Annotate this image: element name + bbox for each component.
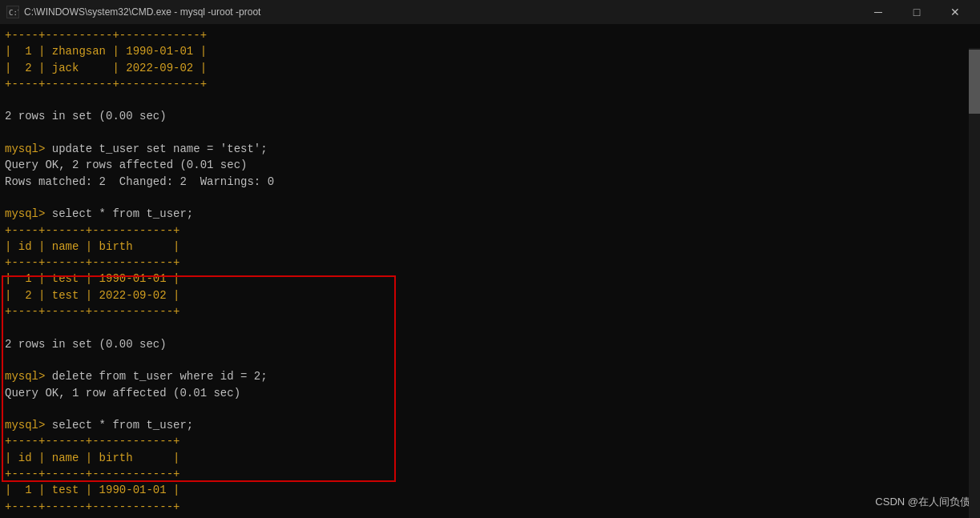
terminal-line: +----+----------+------------+ — [5, 76, 975, 92]
terminal-line: mysql> select * from t_user; — [5, 206, 975, 222]
window-title: C:\WINDOWS\system32\CMD.exe - mysql -uro… — [24, 6, 260, 18]
terminal-line: | 2 | test | 2022-09-02 | — [5, 287, 975, 303]
terminal-line: | id | name | birth | — [5, 450, 975, 466]
prompt-prefix: mysql> — [5, 370, 52, 383]
terminal-line: | 1 | test | 1990-01-01 | — [5, 271, 975, 287]
terminal-line: Rows matched: 2 Changed: 2 Warnings: 0 — [5, 174, 975, 190]
prompt-command: update t_user set name = 'test'; — [52, 143, 268, 155]
terminal-line: | id | name | birth | — [5, 239, 975, 255]
prompt-command: select * from t_user; — [52, 419, 193, 432]
watermark: CSDN @在人间负债 — [875, 495, 970, 510]
title-bar: C:\ C:\WINDOWS\system32\CMD.exe - mysql … — [0, 0, 980, 24]
terminal-line: | 1 | zhangsan | 1990-01-01 | — [5, 43, 975, 59]
terminal-line: Query OK, 2 rows affected (0.01 sec) — [5, 157, 975, 173]
prompt-prefix: mysql> — [5, 419, 52, 432]
prompt-command: select * from t_user; — [52, 207, 193, 220]
scrollbar[interactable] — [969, 48, 980, 518]
cmd-window: C:\ C:\WINDOWS\system32\CMD.exe - mysql … — [0, 0, 980, 518]
terminal-line: mysql> update t_user set name = 'test'; — [5, 141, 975, 157]
cmd-icon: C:\ — [6, 6, 19, 18]
prompt-command: delete from t_user where id = 2; — [52, 370, 268, 383]
terminal-line — [5, 125, 975, 141]
terminal-line: mysql> delete from t_user where id = 2; — [5, 368, 975, 384]
terminal-line: Query OK, 1 row affected (0.01 sec) — [5, 385, 975, 401]
terminal-line — [5, 190, 975, 206]
terminal-line: +----+------+------------+ — [5, 466, 975, 482]
terminal-content: +----+----------+------------+| 1 | zhan… — [5, 27, 975, 515]
close-button[interactable]: ✕ — [937, 0, 974, 24]
terminal-line: +----+------+------------+ — [5, 223, 975, 239]
terminal-line: 2 rows in set (0.00 sec) — [5, 108, 975, 124]
terminal-line: +----+------+------------+ — [5, 499, 975, 515]
terminal-body[interactable]: +----+----------+------------+| 1 | zhan… — [0, 24, 980, 518]
terminal-line: | 1 | test | 1990-01-01 | — [5, 482, 975, 498]
terminal-line: +----+------+------------+ — [5, 303, 975, 319]
terminal-line: +----+------+------------+ — [5, 433, 975, 449]
terminal-line — [5, 515, 975, 518]
terminal-line: +----+------+------------+ — [5, 255, 975, 271]
terminal-line — [5, 319, 975, 335]
terminal-line — [5, 401, 975, 417]
scrollbar-thumb[interactable] — [969, 50, 980, 114]
svg-text:C:\: C:\ — [9, 9, 18, 17]
terminal-line: | 2 | jack | 2022-09-02 | — [5, 60, 975, 76]
window-controls: ─ □ ✕ — [860, 0, 974, 24]
prompt-prefix: mysql> — [5, 207, 52, 220]
maximize-button[interactable]: □ — [898, 0, 935, 24]
minimize-button[interactable]: ─ — [860, 0, 897, 24]
terminal-line — [5, 352, 975, 368]
title-bar-left: C:\ C:\WINDOWS\system32\CMD.exe - mysql … — [6, 6, 260, 18]
prompt-prefix: mysql> — [5, 143, 52, 155]
terminal-line — [5, 92, 975, 108]
terminal-line: 2 rows in set (0.00 sec) — [5, 336, 975, 352]
terminal-line: +----+----------+------------+ — [5, 27, 975, 43]
terminal-line: mysql> select * from t_user; — [5, 417, 975, 433]
